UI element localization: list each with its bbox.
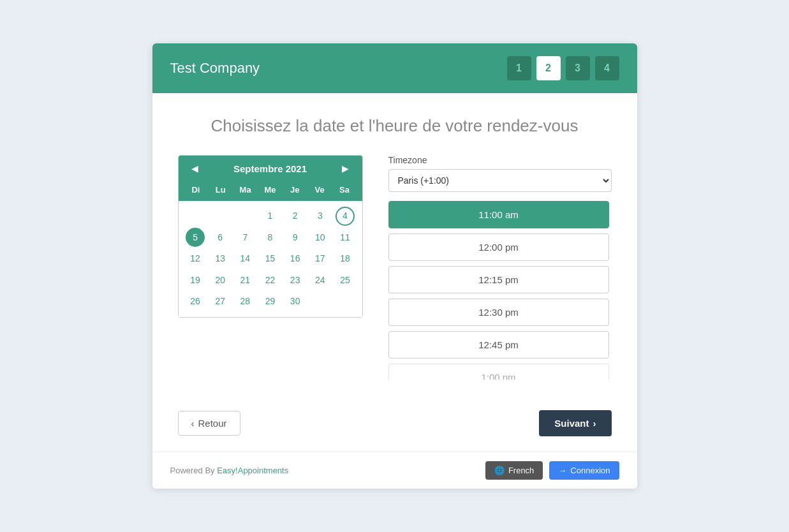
calendar-cell-1[interactable]: 1 <box>258 206 282 226</box>
login-icon: → <box>558 466 566 475</box>
calendar-cell-today[interactable]: 5 <box>186 228 205 247</box>
time-slot-1-00-pm[interactable]: 1:00 pm <box>388 364 609 380</box>
calendar-cell-14[interactable]: 14 <box>233 249 257 269</box>
calendar-cell-21[interactable]: 21 <box>233 270 257 291</box>
calendar-header: ◀ Septembre 2021 ▶ <box>179 156 362 181</box>
time-slot-12-00-pm[interactable]: 12:00 pm <box>388 233 609 261</box>
calendar-cell-17[interactable]: 17 <box>308 249 332 269</box>
step-4-button[interactable]: 4 <box>595 56 619 80</box>
calendar-cell-9[interactable]: 9 <box>283 228 307 248</box>
right-panel: Timezone Paris (+1:00) London (+0:00) Ne… <box>388 155 612 380</box>
day-header-me: Me <box>258 184 283 196</box>
calendar-cell-6[interactable]: 6 <box>209 228 232 248</box>
calendar-cell-10[interactable]: 10 <box>308 228 332 248</box>
nav-buttons: ‹ Retour Suivant › <box>178 400 612 436</box>
powered-by-text: Powered By <box>170 466 218 475</box>
day-header-di: Di <box>184 184 209 196</box>
calendar-cell-2[interactable]: 2 <box>283 206 307 226</box>
powered-by: Powered By Easy!Appointments <box>170 466 289 475</box>
calendar-cell-25[interactable]: 25 <box>333 270 357 291</box>
calendar-cell-empty <box>184 206 207 226</box>
calendar-cell-18[interactable]: 18 <box>333 249 357 269</box>
connexion-button[interactable]: → Connexion <box>549 461 619 480</box>
step-3-button[interactable]: 3 <box>566 56 590 80</box>
day-header-lu: Lu <box>208 184 233 196</box>
calendar-cell-12[interactable]: 12 <box>184 249 207 269</box>
calendar-cell-30[interactable]: 30 <box>283 292 307 312</box>
calendar-days-header: Di Lu Ma Me Je Ve Sa <box>179 181 362 201</box>
calendar-cell-16[interactable]: 16 <box>283 249 307 269</box>
easy-appointments-link[interactable]: Easy!Appointments <box>217 466 288 475</box>
calendar-cell-29[interactable]: 29 <box>258 292 282 312</box>
step-1-button[interactable]: 1 <box>507 56 531 80</box>
app-container: Test Company 1 2 3 4 Choisissez la date … <box>152 43 637 489</box>
calendar-cell-24[interactable]: 24 <box>308 270 332 291</box>
day-header-ma: Ma <box>233 184 258 196</box>
calendar-next-button[interactable]: ▶ <box>338 162 353 175</box>
calendar-cell-7[interactable]: 7 <box>233 228 257 248</box>
connexion-label: Connexion <box>570 466 610 475</box>
footer: Powered By Easy!Appointments 🌐 French → … <box>152 452 637 489</box>
globe-icon: 🌐 <box>494 466 505 475</box>
page-title: Choisissez la date et l'heure de votre r… <box>178 116 612 136</box>
day-header-sa: Sa <box>332 184 357 196</box>
calendar-cell-8[interactable]: 8 <box>258 228 282 248</box>
calendar-cell-11[interactable]: 11 <box>333 228 357 248</box>
calendar-prev-button[interactable]: ◀ <box>188 162 202 175</box>
step-2-button[interactable]: 2 <box>536 56 561 80</box>
calendar-cell-19[interactable]: 19 <box>184 270 207 291</box>
time-slot-12-45-pm[interactable]: 12:45 pm <box>388 331 609 358</box>
calendar-cell-empty <box>333 292 357 312</box>
calendar-month-title: Septembre 2021 <box>233 163 307 174</box>
timezone-select[interactable]: Paris (+1:00) London (+0:00) New York (-… <box>388 169 612 192</box>
language-label: French <box>508 466 534 475</box>
chevron-left-icon: ‹ <box>191 418 195 429</box>
day-header-je: Je <box>283 184 307 196</box>
time-slot-12-30-pm[interactable]: 12:30 pm <box>388 299 609 326</box>
calendar-cell-28[interactable]: 28 <box>233 292 257 312</box>
time-slot-12-15-pm[interactable]: 12:15 pm <box>388 266 609 293</box>
time-slots-container: 11:00 am12:00 pm12:15 pm12:30 pm12:45 pm… <box>388 201 612 380</box>
main-content: Choisissez la date et l'heure de votre r… <box>152 93 637 452</box>
calendar-cell-3[interactable]: 3 <box>308 206 332 226</box>
company-title: Test Company <box>170 60 260 77</box>
step-indicators: 1 2 3 4 <box>507 56 619 80</box>
header: Test Company 1 2 3 4 <box>152 43 637 93</box>
calendar-cell-23[interactable]: 23 <box>283 270 307 291</box>
calendar-cell-20[interactable]: 20 <box>209 270 232 291</box>
timezone-label: Timezone <box>388 155 612 165</box>
calendar-cell-empty <box>308 292 332 312</box>
calendar-cell-4[interactable]: 4 <box>336 207 355 226</box>
calendar-cell-26[interactable]: 26 <box>184 292 207 312</box>
language-button[interactable]: 🌐 French <box>485 461 543 480</box>
suivant-button[interactable]: Suivant › <box>539 410 611 436</box>
calendar-cell-empty <box>209 206 232 226</box>
suivant-label: Suivant <box>554 418 589 429</box>
day-header-ve: Ve <box>307 184 332 196</box>
calendar-cell-15[interactable]: 15 <box>258 249 282 269</box>
calendar-cell-22[interactable]: 22 <box>258 270 282 291</box>
time-slot-11-00-am[interactable]: 11:00 am <box>388 201 609 228</box>
calendar-cell-27[interactable]: 27 <box>209 292 232 312</box>
calendar-cell-empty <box>233 206 257 226</box>
calendar: ◀ Septembre 2021 ▶ Di Lu Ma Me Je Ve Sa … <box>178 155 363 318</box>
retour-button[interactable]: ‹ Retour <box>178 411 240 436</box>
footer-right: 🌐 French → Connexion <box>485 461 619 480</box>
calendar-grid: 1234567891011121314151617181920212223242… <box>179 201 362 317</box>
body-row: ◀ Septembre 2021 ▶ Di Lu Ma Me Je Ve Sa … <box>178 155 612 380</box>
retour-label: Retour <box>198 418 227 429</box>
chevron-right-icon: › <box>593 418 596 429</box>
calendar-cell-13[interactable]: 13 <box>209 249 232 269</box>
